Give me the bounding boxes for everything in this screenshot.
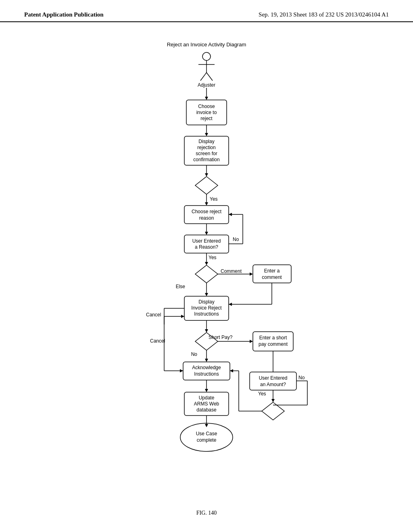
enter-comment-text-1: Enter a bbox=[264, 268, 280, 274]
diamond-2-comment bbox=[195, 265, 218, 283]
cancel-label: Cancel bbox=[146, 312, 161, 318]
enter-short-pay-text-1: Enter a short bbox=[259, 335, 287, 341]
choose-reject-box bbox=[184, 206, 229, 224]
use-case-text-2: complete bbox=[197, 437, 217, 443]
update-arms-text-1: Update bbox=[199, 395, 215, 401]
enter-comment-box bbox=[253, 265, 291, 283]
user-amount-text-1: User Entered bbox=[259, 375, 288, 381]
display-inst-text-1: Display bbox=[198, 299, 214, 305]
acknowledge-text-2: Instructions bbox=[194, 371, 219, 377]
else-label: Else bbox=[176, 284, 186, 289]
display-rej-text-3: screen for bbox=[196, 151, 217, 156]
yes-label-3: Yes bbox=[258, 391, 266, 397]
update-arms-text-3: database bbox=[196, 407, 217, 413]
arrow-head-6 bbox=[205, 262, 208, 265]
arrow-head-5 bbox=[205, 232, 208, 235]
no-label-1: No bbox=[233, 237, 239, 242]
cancel-label-side: Cancel bbox=[150, 338, 165, 344]
arrow-comment-head bbox=[250, 272, 253, 276]
no-label-3: No bbox=[298, 375, 305, 380]
choose-invoice-text-2: invoice to bbox=[196, 110, 217, 115]
actor-right-leg bbox=[206, 73, 213, 81]
use-case-text-1: Use Case bbox=[196, 431, 217, 436]
page-header: Patent Application Publication Sep. 19, … bbox=[0, 0, 413, 22]
sheet-info: Sep. 19, 2013 Sheet 183 of 232 US 2013/0… bbox=[259, 11, 389, 18]
user-amount-text-2: an Amount? bbox=[260, 382, 286, 387]
yes-label-2: Yes bbox=[209, 255, 217, 260]
user-reason-text-1: User Entered bbox=[192, 238, 221, 244]
arrow-amount-down-head bbox=[271, 399, 275, 402]
arrow-head-8 bbox=[205, 359, 208, 362]
display-inst-text-3: Instructions bbox=[194, 311, 219, 317]
choose-reject-text-1: Choose reject bbox=[192, 209, 222, 214]
update-arms-text-2: ARMS Web bbox=[194, 401, 219, 407]
figure-caption: FIG. 140 bbox=[196, 510, 217, 516]
arrow-else-head bbox=[205, 293, 208, 296]
display-rej-text-2: rejection bbox=[197, 145, 215, 150]
arrow-cancel-head bbox=[181, 315, 184, 318]
arrow-head-3 bbox=[205, 173, 208, 177]
acknowledge-text-1: Acknowledge bbox=[192, 365, 221, 370]
diamond-1 bbox=[195, 177, 218, 194]
choose-invoice-text-3: reject bbox=[200, 116, 213, 121]
actor-left-leg bbox=[200, 73, 206, 81]
arrow-short-pay-head bbox=[250, 340, 253, 343]
arrow-head-10 bbox=[205, 424, 208, 427]
comment-label: Comment bbox=[221, 268, 242, 274]
choose-invoice-text-1: Choose bbox=[198, 104, 215, 109]
display-inst-text-2: Invoice Reject bbox=[191, 305, 222, 311]
enter-comment-text-2: comment bbox=[262, 274, 282, 280]
diagram-title: Reject an Invoice Activity Diagram bbox=[167, 42, 246, 48]
arrow-head-4 bbox=[205, 202, 208, 206]
actor-label: Adjuster bbox=[198, 82, 215, 88]
short-pay-label: Short Pay? bbox=[209, 335, 233, 340]
arrow-head-7 bbox=[205, 329, 208, 332]
activity-diagram: Reject an Invoice Activity Diagram Adjus… bbox=[65, 34, 348, 506]
diagram-container: Reject an Invoice Activity Diagram Adjus… bbox=[0, 22, 413, 516]
arrow-head-1 bbox=[205, 97, 208, 100]
arrow-to-ack-head bbox=[230, 369, 233, 372]
enter-short-pay-text-2: pay comment bbox=[259, 341, 288, 347]
arrow-from-comment-head bbox=[229, 303, 232, 306]
fig-number: FIG. 140 bbox=[196, 510, 217, 516]
display-rej-text-4: confirmation bbox=[193, 157, 219, 162]
yes-label-1: Yes bbox=[210, 196, 218, 202]
actor-head bbox=[202, 52, 211, 60]
arrow-head-2 bbox=[205, 133, 208, 136]
no-label-2: No bbox=[191, 351, 198, 357]
display-rej-text-1: Display bbox=[198, 139, 214, 144]
choose-reject-text-2: reason bbox=[199, 215, 214, 221]
arrow-head-9 bbox=[205, 389, 208, 392]
cancel-to-ack-head bbox=[180, 369, 183, 372]
publication-title: Patent Application Publication bbox=[24, 11, 104, 18]
user-amount-box bbox=[250, 372, 296, 390]
user-reason-text-2: a Reason? bbox=[195, 244, 218, 250]
page: Patent Application Publication Sep. 19, … bbox=[0, 0, 413, 532]
arrow-loop-head bbox=[229, 213, 232, 216]
